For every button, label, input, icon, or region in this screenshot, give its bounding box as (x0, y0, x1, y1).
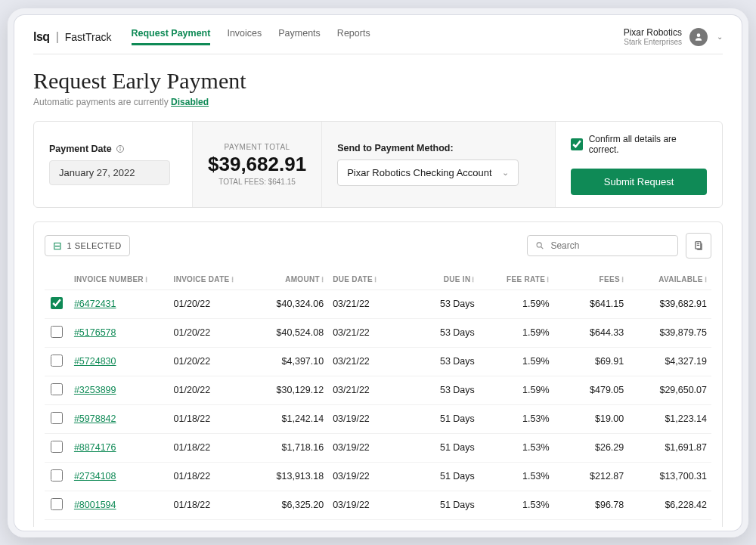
cell-available: $35,176.38 (628, 519, 711, 526)
invoice-link[interactable]: #8001594 (74, 500, 116, 510)
col-amount[interactable]: AMOUNT⁞ (245, 269, 328, 290)
invoice-link[interactable]: #5176578 (74, 327, 116, 338)
cell-due-date: 03/19/22 (328, 462, 404, 491)
top-nav: lsq | FastTrack Request Payment Invoices… (33, 28, 723, 54)
sort-icon: ⁞ (705, 275, 707, 283)
export-button[interactable] (686, 233, 711, 259)
table-header-row: INVOICE NUMBER⁞ INVOICE DATE⁞ AMOUNT⁞ DU… (45, 269, 711, 290)
cell-fee-rate: 1.53% (479, 491, 554, 519)
nav-request-payment[interactable]: Request Payment (132, 28, 211, 45)
col-invoice-date[interactable]: INVOICE DATE⁞ (169, 269, 246, 290)
invoice-link[interactable]: #6472431 (74, 299, 116, 309)
sort-icon: ⁞ (472, 275, 474, 283)
col-fees[interactable]: FEES⁞ (554, 269, 629, 290)
row-checkbox[interactable] (51, 498, 63, 510)
cell-due-date: 03/11/22 (328, 519, 404, 526)
nav-reports[interactable]: Reports (337, 28, 370, 45)
col-due-date[interactable]: DUE DATE⁞ (328, 269, 404, 290)
cell-due-in: 51 Days (404, 491, 479, 519)
svg-line-4 (541, 246, 544, 249)
invoice-link[interactable]: #8874176 (74, 442, 116, 453)
minus-square-icon: ⊟ (53, 240, 63, 251)
invoice-link[interactable]: #5724830 (74, 356, 116, 367)
col-available[interactable]: AVAILABLE⁞ (628, 269, 711, 290)
toolbar-right (527, 233, 711, 259)
table-row: #2734108 01/18/22 $13,913.18 03/19/22 51… (45, 462, 711, 491)
cell-fees: $19.00 (554, 404, 629, 433)
cell-amount: $40,324.06 (245, 290, 328, 318)
cell-due-date: 03/21/22 (328, 290, 404, 318)
cell-invoice-date: 01/18/22 (169, 433, 246, 462)
nav-right: Pixar Robotics Stark Enterprises ⌄ (624, 28, 723, 46)
cell-fees: $644.33 (554, 318, 629, 347)
payment-method-select[interactable]: Pixar Robotics Checking Account ⌄ (337, 159, 519, 186)
cell-invoice-date: 01/10/22 (169, 519, 246, 526)
user-avatar[interactable] (689, 28, 708, 46)
cell-fee-rate: 1.53% (479, 433, 554, 462)
confirm-row[interactable]: Confirm all details are correct. (571, 134, 707, 155)
row-checkbox[interactable] (51, 355, 63, 367)
chevron-down-icon[interactable]: ⌄ (717, 33, 723, 41)
org-secondary: Stark Enterprises (624, 38, 682, 46)
cell-due-date: 03/21/22 (328, 347, 404, 376)
nav-payments[interactable]: Payments (278, 28, 321, 45)
sort-icon: ⁞ (231, 275, 234, 283)
auto-payment-status-link[interactable]: Disabled (171, 97, 209, 107)
cell-invoice-date: 01/20/22 (169, 347, 246, 376)
nav-invoices[interactable]: Invoices (227, 28, 262, 45)
cell-amount: $30,129.12 (245, 376, 328, 404)
cell-due-in: 53 Days (404, 347, 479, 376)
user-icon (693, 32, 704, 42)
info-icon[interactable] (116, 144, 125, 153)
payment-method-cell: Send to Payment Method: Pixar Robotics C… (322, 122, 556, 207)
cell-available: $13,700.31 (628, 462, 711, 491)
invoice-link[interactable]: #5978842 (74, 413, 116, 424)
row-checkbox[interactable] (51, 441, 63, 453)
cell-due-in: 51 Days (404, 462, 479, 491)
invoice-link[interactable]: #3253899 (74, 385, 116, 395)
cell-available: $1,223.14 (628, 404, 711, 433)
row-checkbox[interactable] (51, 412, 63, 424)
cell-invoice-date: 01/18/22 (169, 462, 246, 491)
org-switcher[interactable]: Pixar Robotics Stark Enterprises (624, 28, 682, 46)
sort-icon: ⁞ (145, 275, 147, 283)
col-due-in[interactable]: DUE IN⁞ (404, 269, 479, 290)
chevron-down-icon: ⌄ (502, 168, 509, 178)
col-fee-rate[interactable]: FEE RATE⁞ (479, 269, 554, 290)
confirm-checkbox[interactable] (571, 138, 583, 150)
selected-count-pill[interactable]: ⊟ 1 SELECTED (45, 235, 130, 256)
cell-due-in: 51 Days (404, 404, 479, 433)
invoice-link[interactable]: #2734108 (74, 471, 116, 482)
tablet-frame: lsq | FastTrack Request Payment Invoices… (8, 8, 748, 537)
row-checkbox[interactable] (51, 383, 63, 395)
search-input[interactable] (550, 240, 670, 251)
col-invoice-number[interactable]: INVOICE NUMBER⁞ (70, 269, 169, 290)
cell-fees: $96.78 (554, 491, 629, 519)
row-checkbox[interactable] (51, 326, 63, 338)
submit-request-button[interactable]: Submit Request (571, 169, 707, 195)
cell-fee-rate: 1.53% (479, 404, 554, 433)
cell-fee-rate: 1.59% (479, 290, 554, 318)
search-icon (535, 240, 544, 251)
cell-fee-rate: 1.59% (479, 347, 554, 376)
cell-fees: $69.91 (554, 347, 629, 376)
cell-due-date: 03/19/22 (328, 433, 404, 462)
confirm-label: Confirm all details are correct. (589, 134, 707, 155)
payment-date-input[interactable]: January 27, 2022 (49, 160, 170, 185)
summary-bar: Payment Date January 27, 2022 PAYMENT TO… (33, 121, 723, 208)
cell-fees: $641.15 (554, 290, 629, 318)
subtitle-prefix: Automatic payments are currently (33, 97, 171, 107)
nav-left: lsq | FastTrack Request Payment Invoices… (33, 28, 370, 45)
payment-date-cell: Payment Date January 27, 2022 (34, 122, 193, 207)
row-checkbox[interactable] (51, 469, 63, 482)
payment-method-label: Send to Payment Method: (337, 143, 540, 153)
row-checkbox[interactable] (51, 297, 63, 309)
search-box[interactable] (527, 235, 678, 256)
app-screen: lsq | FastTrack Request Payment Invoices… (18, 19, 738, 527)
cell-due-date: 03/21/22 (328, 318, 404, 347)
brand-product: FastTrack (65, 31, 112, 43)
cell-available: $1,691.87 (628, 433, 711, 462)
sort-icon: ⁞ (374, 275, 376, 283)
cell-fees: $479.05 (554, 376, 629, 404)
cell-available: $29,650.07 (628, 376, 711, 404)
